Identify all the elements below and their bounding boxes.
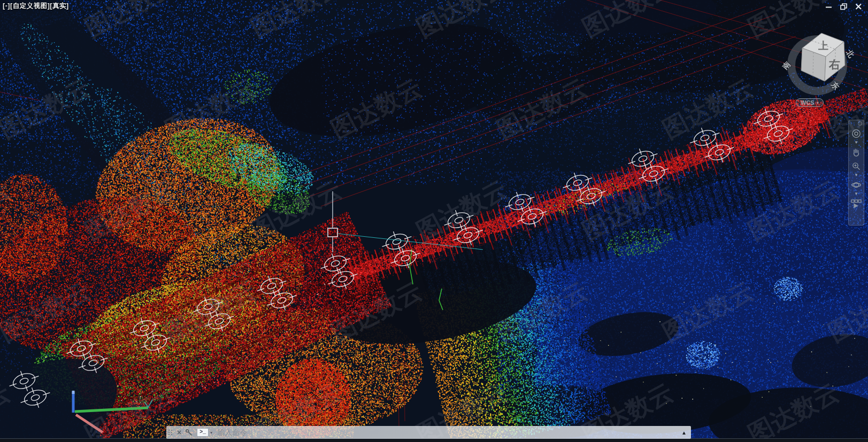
wcs-label: WCS	[801, 99, 815, 106]
wcs-caret-icon: ▾	[817, 100, 819, 105]
viewport-control-viewname[interactable]: [自定义视图]	[10, 2, 50, 10]
command-input[interactable]	[216, 428, 678, 437]
customize-wrench-icon[interactable]	[185, 429, 193, 437]
window-controls	[825, 3, 863, 11]
viewcube-cube[interactable]: 上 右	[795, 27, 849, 89]
command-history-toggle-icon[interactable]: ▲	[681, 430, 687, 436]
wcs-dropdown[interactable]: WCS ▾	[796, 98, 824, 107]
show-motion-icon[interactable]	[850, 198, 862, 209]
command-bar-close-icon[interactable]: ×	[177, 429, 181, 436]
steering-wheel-caret-icon[interactable]: ▾	[855, 140, 858, 145]
command-bar-grip[interactable]	[168, 430, 172, 435]
zoom-caret-icon[interactable]: ▾	[855, 173, 858, 177]
viewport-controls: [-][自定义视图][真实]	[3, 2, 69, 11]
close-icon[interactable]	[855, 3, 863, 11]
restore-icon[interactable]	[840, 3, 848, 11]
cube-face-right-label: 右	[828, 58, 840, 71]
navigation-bar: ▾ ▾ ▾	[848, 120, 864, 226]
command-bar: × >_ ▾ ▲	[166, 426, 691, 439]
minimize-icon[interactable]	[825, 3, 833, 11]
command-prompt-dropdown[interactable]: >_ ▾	[197, 428, 212, 437]
viewport-point-cloud[interactable]	[0, 0, 868, 442]
cube-face-top-label: 上	[818, 40, 828, 51]
bottom-edge-strip	[0, 438, 868, 442]
steering-wheel-icon[interactable]	[851, 128, 862, 139]
pan-hand-icon[interactable]	[851, 147, 862, 158]
viewport-control-visual-style[interactable]: [真实]	[50, 2, 68, 10]
viewcube: 北 南 东 上 右 WCS ▾	[774, 27, 868, 115]
zoom-extents-icon[interactable]	[851, 161, 862, 172]
orbit-icon[interactable]	[851, 180, 862, 190]
orbit-caret-icon[interactable]: ▾	[855, 191, 858, 196]
command-prompt-caret-icon: ▾	[210, 430, 212, 435]
navbar-close-icon[interactable]	[858, 121, 862, 126]
command-prompt-icon: >_	[197, 428, 209, 437]
viewport-control-minus[interactable]: [-]	[3, 2, 10, 10]
